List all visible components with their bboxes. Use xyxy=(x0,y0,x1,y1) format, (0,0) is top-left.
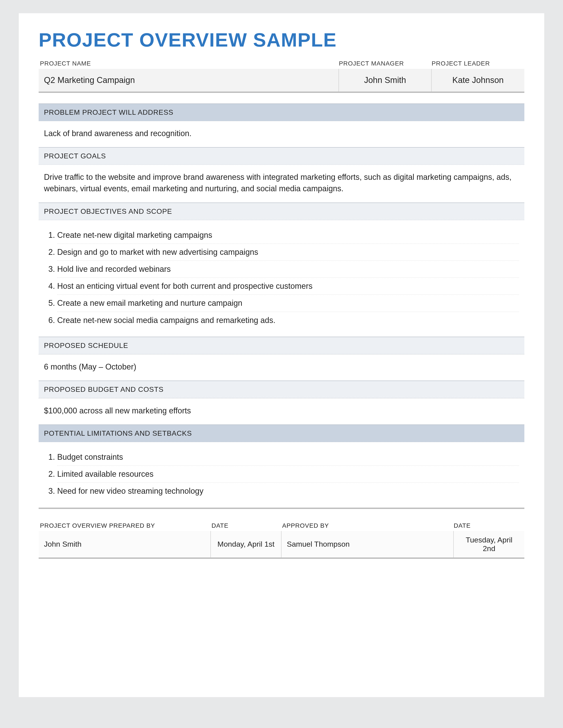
section-body-schedule: 6 months (May – October) xyxy=(39,354,524,381)
value-date2: Tuesday, April 2nd xyxy=(454,531,524,557)
list-item: Host an enticing virtual event for both … xyxy=(57,278,519,295)
label-approved-by: APPROVED BY xyxy=(282,522,454,529)
label-date1: DATE xyxy=(211,522,282,529)
list-item: Create net-new digital marketing campaig… xyxy=(57,227,519,244)
section-body-problem: Lack of brand awareness and recognition. xyxy=(39,121,524,147)
list-item: Budget constraints xyxy=(57,449,519,465)
list-item: Design and go to market with new adverti… xyxy=(57,244,519,261)
value-project-leader: Kate Johnson xyxy=(432,69,524,92)
list-item: Hold live and recorded webinars xyxy=(57,261,519,278)
sections-container: PROBLEM PROJECT WILL ADDRESS Lack of bra… xyxy=(39,103,524,509)
value-date1: Monday, April 1st xyxy=(211,531,282,557)
value-prepared-by: John Smith xyxy=(39,531,211,557)
section-header-objectives: PROJECT OBJECTIVES AND SCOPE xyxy=(39,203,524,220)
document-page: PROJECT OVERVIEW SAMPLE PROJECT NAME PRO… xyxy=(19,13,544,697)
section-header-limitations: POTENTIAL LIMITATIONS AND SETBACKS xyxy=(39,424,524,442)
section-header-goals: PROJECT GOALS xyxy=(39,147,524,165)
section-body-limitations: Budget constraints Limited available res… xyxy=(39,442,524,508)
limitations-list: Budget constraints Limited available res… xyxy=(44,449,519,500)
section-body-budget: $100,000 across all new marketing effort… xyxy=(39,398,524,424)
project-meta-row: Q2 Marketing Campaign John Smith Kate Jo… xyxy=(39,69,524,93)
section-body-objectives: Create net-new digital marketing campaig… xyxy=(39,220,524,337)
list-item: Create a new email marketing and nurture… xyxy=(57,295,519,311)
section-header-problem: PROBLEM PROJECT WILL ADDRESS xyxy=(39,103,524,121)
list-item: Limited available resources xyxy=(57,465,519,482)
label-project-name: PROJECT NAME xyxy=(40,60,339,67)
section-header-schedule: PROPOSED SCHEDULE xyxy=(39,337,524,354)
label-date2: DATE xyxy=(454,522,524,529)
label-prepared-by: PROJECT OVERVIEW PREPARED BY xyxy=(40,522,211,529)
list-item: Create net-new social media campaigns an… xyxy=(57,312,519,329)
value-approved-by: Samuel Thompson xyxy=(282,531,454,557)
footer-meta-header: PROJECT OVERVIEW PREPARED BY DATE APPROV… xyxy=(39,509,524,531)
value-project-name: Q2 Marketing Campaign xyxy=(39,69,339,92)
label-project-leader: PROJECT LEADER xyxy=(432,60,524,67)
project-meta-header: PROJECT NAME PROJECT MANAGER PROJECT LEA… xyxy=(39,60,524,69)
page-title: PROJECT OVERVIEW SAMPLE xyxy=(39,29,524,51)
section-body-goals: Drive traffic to the website and improve… xyxy=(39,165,524,202)
footer-meta-row: John Smith Monday, April 1st Samuel Thom… xyxy=(39,531,524,559)
list-item: Need for new video streaming technology xyxy=(57,482,519,499)
value-project-manager: John Smith xyxy=(339,69,432,92)
section-header-budget: PROPOSED BUDGET AND COSTS xyxy=(39,381,524,398)
label-project-manager: PROJECT MANAGER xyxy=(339,60,432,67)
objectives-list: Create net-new digital marketing campaig… xyxy=(44,227,519,329)
